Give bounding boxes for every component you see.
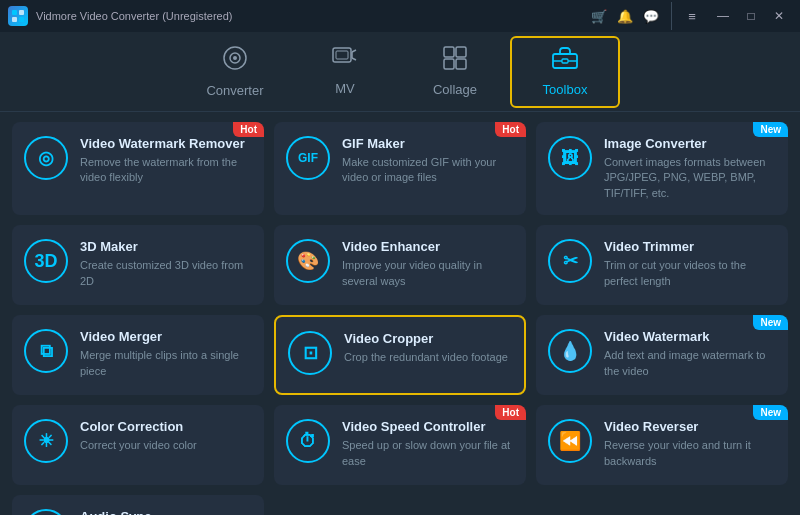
svg-rect-8 xyxy=(336,51,348,59)
badge-gif-maker: Hot xyxy=(495,122,526,137)
svg-rect-14 xyxy=(444,59,454,69)
tool-desc-video-enhancer: Improve your video quality in several wa… xyxy=(342,258,514,289)
tab-mv-label: MV xyxy=(335,81,355,96)
tool-name-color-correction: Color Correction xyxy=(80,419,252,434)
collage-icon xyxy=(443,46,467,76)
tool-desc-video-watermark: Add text and image watermark to the vide… xyxy=(604,348,776,379)
tool-icon-gif-maker: GIF xyxy=(286,136,330,180)
tool-card-video-enhancer[interactable]: 🎨 Video Enhancer Improve your video qual… xyxy=(274,225,526,305)
tool-card-video-cropper[interactable]: ⊡ Video Cropper Crop the redundant video… xyxy=(274,315,526,395)
svg-line-10 xyxy=(352,58,356,60)
tool-card-video-reverser[interactable]: New ⏪ Video Reverser Reverse your video … xyxy=(536,405,788,485)
app-title: Vidmore Video Converter (Unregistered) xyxy=(36,10,232,22)
tool-name-video-watermark-remover: Video Watermark Remover xyxy=(80,136,252,151)
tool-card-gif-maker[interactable]: Hot GIF GIF Maker Make customized GIF wi… xyxy=(274,122,526,215)
tool-info-color-correction: Color Correction Correct your video colo… xyxy=(80,419,252,453)
tool-name-video-speed-controller: Video Speed Controller xyxy=(342,419,514,434)
svg-rect-2 xyxy=(12,17,17,22)
tool-card-video-watermark[interactable]: New 💧 Video Watermark Add text and image… xyxy=(536,315,788,395)
badge-video-watermark: New xyxy=(753,315,788,330)
app-logo xyxy=(8,6,28,26)
title-bar-right: 🛒 🔔 💬 ≡ — □ ✕ xyxy=(591,2,792,30)
tab-toolbox-label: Toolbox xyxy=(543,82,588,97)
converter-icon xyxy=(222,45,248,77)
tool-desc-video-reverser: Reverse your video and turn it backwards xyxy=(604,438,776,469)
tool-name-video-reverser: Video Reverser xyxy=(604,419,776,434)
tool-icon-video-merger: ⧉ xyxy=(24,329,68,373)
tool-desc-gif-maker: Make customized GIF with your video or i… xyxy=(342,155,514,186)
tool-info-audio-sync: Audio Sync xyxy=(80,509,252,515)
tool-icon-audio-sync: ♪ xyxy=(24,509,68,515)
badge-video-reverser: New xyxy=(753,405,788,420)
badge-video-speed-controller: Hot xyxy=(495,405,526,420)
tool-name-audio-sync: Audio Sync xyxy=(80,509,252,515)
tool-icon-3d-maker: 3D xyxy=(24,239,68,283)
nav-tabs: Converter MV Collage xyxy=(0,32,800,112)
svg-rect-12 xyxy=(444,47,454,57)
cart-icon[interactable]: 🛒 xyxy=(591,8,607,24)
tool-name-image-converter: Image Converter xyxy=(604,136,776,151)
tab-toolbox[interactable]: Toolbox xyxy=(510,36,620,108)
tool-icon-video-enhancer: 🎨 xyxy=(286,239,330,283)
tool-icon-video-watermark-remover: ◎ xyxy=(24,136,68,180)
tool-desc-3d-maker: Create customized 3D video from 2D xyxy=(80,258,252,289)
tab-converter[interactable]: Converter xyxy=(180,36,290,108)
tool-name-video-merger: Video Merger xyxy=(80,329,252,344)
tool-card-video-merger[interactable]: ⧉ Video Merger Merge multiple clips into… xyxy=(12,315,264,395)
tool-name-gif-maker: GIF Maker xyxy=(342,136,514,151)
mv-icon xyxy=(332,47,358,75)
divider xyxy=(671,2,672,30)
content-area: Hot ◎ Video Watermark Remover Remove the… xyxy=(0,112,800,515)
tool-card-video-trimmer[interactable]: ✂ Video Trimmer Trim or cut your videos … xyxy=(536,225,788,305)
tool-card-video-watermark-remover[interactable]: Hot ◎ Video Watermark Remover Remove the… xyxy=(12,122,264,215)
svg-rect-15 xyxy=(456,59,466,69)
tab-mv[interactable]: MV xyxy=(290,36,400,108)
tool-info-video-enhancer: Video Enhancer Improve your video qualit… xyxy=(342,239,514,289)
tool-desc-video-cropper: Crop the redundant video footage xyxy=(344,350,512,365)
bell-icon[interactable]: 🔔 xyxy=(617,8,633,24)
tool-info-3d-maker: 3D Maker Create customized 3D video from… xyxy=(80,239,252,289)
tool-icon-video-cropper: ⊡ xyxy=(288,331,332,375)
maximize-button[interactable]: □ xyxy=(738,6,764,26)
tool-info-video-speed-controller: Video Speed Controller Speed up or slow … xyxy=(342,419,514,469)
tool-info-video-cropper: Video Cropper Crop the redundant video f… xyxy=(344,331,512,365)
tool-name-video-watermark: Video Watermark xyxy=(604,329,776,344)
svg-rect-18 xyxy=(562,59,568,63)
tool-desc-image-converter: Convert images formats between JPG/JPEG,… xyxy=(604,155,776,201)
tool-info-video-watermark-remover: Video Watermark Remover Remove the water… xyxy=(80,136,252,186)
menu-icon[interactable]: ≡ xyxy=(684,8,700,24)
svg-point-6 xyxy=(233,56,237,60)
tool-info-gif-maker: GIF Maker Make customized GIF with your … xyxy=(342,136,514,186)
tools-grid: Hot ◎ Video Watermark Remover Remove the… xyxy=(12,122,788,515)
tool-icon-video-trimmer: ✂ xyxy=(548,239,592,283)
tool-desc-color-correction: Correct your video color xyxy=(80,438,252,453)
badge-video-watermark-remover: Hot xyxy=(233,122,264,137)
chat-icon[interactable]: 💬 xyxy=(643,8,659,24)
title-bar-icons: 🛒 🔔 💬 ≡ xyxy=(591,2,700,30)
tool-info-video-trimmer: Video Trimmer Trim or cut your videos to… xyxy=(604,239,776,289)
tool-info-video-merger: Video Merger Merge multiple clips into a… xyxy=(80,329,252,379)
tool-info-image-converter: Image Converter Convert images formats b… xyxy=(604,136,776,201)
svg-line-9 xyxy=(352,50,356,52)
toolbox-icon xyxy=(551,46,579,76)
tool-info-video-watermark: Video Watermark Add text and image water… xyxy=(604,329,776,379)
title-bar-left: Vidmore Video Converter (Unregistered) xyxy=(8,6,232,26)
tool-card-image-converter[interactable]: New 🖼 Image Converter Convert images for… xyxy=(536,122,788,215)
minimize-button[interactable]: — xyxy=(710,6,736,26)
tab-collage[interactable]: Collage xyxy=(400,36,510,108)
close-button[interactable]: ✕ xyxy=(766,6,792,26)
tool-card-color-correction[interactable]: ☀ Color Correction Correct your video co… xyxy=(12,405,264,485)
tab-converter-label: Converter xyxy=(206,83,263,98)
tab-collage-label: Collage xyxy=(433,82,477,97)
tool-icon-image-converter: 🖼 xyxy=(548,136,592,180)
tool-icon-video-reverser: ⏪ xyxy=(548,419,592,463)
badge-image-converter: New xyxy=(753,122,788,137)
tool-icon-video-watermark: 💧 xyxy=(548,329,592,373)
tool-desc-video-trimmer: Trim or cut your videos to the perfect l… xyxy=(604,258,776,289)
tool-info-video-reverser: Video Reverser Reverse your video and tu… xyxy=(604,419,776,469)
tool-card-3d-maker[interactable]: 3D 3D Maker Create customized 3D video f… xyxy=(12,225,264,305)
tool-card-video-speed-controller[interactable]: Hot ⏱ Video Speed Controller Speed up or… xyxy=(274,405,526,485)
tool-name-3d-maker: 3D Maker xyxy=(80,239,252,254)
svg-rect-3 xyxy=(19,17,24,22)
tool-card-audio-sync[interactable]: ♪ Audio Sync xyxy=(12,495,264,515)
